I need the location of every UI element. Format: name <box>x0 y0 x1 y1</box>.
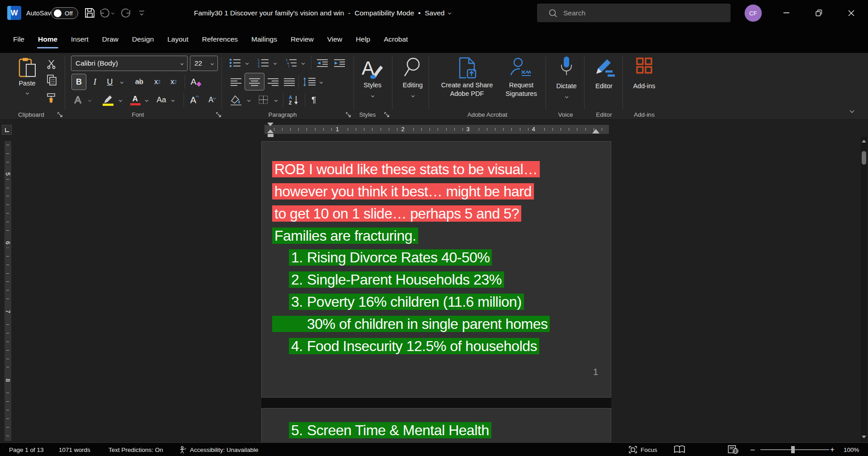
dictate-chevron-icon[interactable] <box>563 94 570 99</box>
doc-paragraph[interactable]: to get 10 on 1 slide… perhaps 5 and 5? <box>272 203 521 225</box>
customize-toolbar-button[interactable] <box>136 0 147 26</box>
vertical-ruler[interactable] <box>5 141 11 441</box>
underline-chevron-icon[interactable] <box>118 74 126 90</box>
tab-review[interactable]: Review <box>284 26 321 53</box>
close-button[interactable] <box>839 0 863 26</box>
accessibility-status[interactable]: ? Accessibility: Unavailable <box>179 443 259 456</box>
dictate-button[interactable] <box>559 55 574 80</box>
copy-button[interactable] <box>44 73 59 87</box>
styles-chevron-icon[interactable] <box>369 93 376 98</box>
tab-insert[interactable]: Insert <box>64 26 95 53</box>
tab-mailings[interactable]: Mailings <box>245 26 284 53</box>
tab-acrobat[interactable]: Acrobat <box>377 26 415 53</box>
doc-paragraph[interactable]: however you think it best… might be hard <box>272 180 534 203</box>
tab-home[interactable]: Home <box>31 26 64 53</box>
zoom-level[interactable]: 100% <box>844 443 859 456</box>
addins-button[interactable] <box>635 56 654 76</box>
request-signatures-button[interactable] <box>509 57 532 80</box>
bold-button[interactable]: B <box>71 74 86 90</box>
text-effects-chevron-icon[interactable] <box>86 92 93 108</box>
font-dialog-launcher[interactable] <box>216 112 222 118</box>
underline-button[interactable]: U <box>103 74 117 90</box>
italic-button[interactable]: I <box>89 74 101 90</box>
borders-button[interactable] <box>256 92 271 108</box>
doc-paragraph[interactable]: Families are fracturing. <box>272 225 418 247</box>
tab-references[interactable]: References <box>195 26 245 53</box>
tab-stop-selector[interactable] <box>2 125 12 135</box>
grow-font-button[interactable]: A <box>186 92 203 108</box>
vertical-scrollbar[interactable] <box>861 137 867 442</box>
shading-chevron-icon[interactable] <box>245 92 252 108</box>
subscript-button[interactable]: x2 <box>150 74 165 90</box>
multilevel-list-button[interactable]: 1ai <box>284 56 298 70</box>
bullets-button[interactable] <box>228 56 242 70</box>
justify-button[interactable] <box>282 74 297 90</box>
left-indent-marker[interactable] <box>268 134 274 137</box>
font-color-button[interactable]: A <box>127 92 143 108</box>
undo-button[interactable] <box>99 0 114 26</box>
doc-list-item[interactable]: 1.Rising Divorce Rates 40-50% <box>289 247 492 269</box>
zoom-slider-track[interactable] <box>760 449 829 450</box>
sort-button[interactable]: AZ <box>286 92 302 108</box>
font-name-select[interactable]: Calibri (Body) <box>71 56 188 71</box>
right-indent-marker[interactable] <box>592 129 599 133</box>
doc-list-item[interactable]: 4.Food Insecurity 12.5% of households <box>289 335 539 357</box>
line-spacing-button[interactable] <box>301 74 317 90</box>
align-center-button[interactable] <box>245 73 264 90</box>
doc-list-item[interactable]: 2.Single-Parent Households 23% <box>289 269 504 291</box>
search-input[interactable]: Search <box>537 4 731 22</box>
numbering-button[interactable]: 123 <box>256 56 270 70</box>
tab-view[interactable]: View <box>321 26 349 53</box>
align-right-button[interactable] <box>266 74 280 90</box>
tab-design[interactable]: Design <box>125 26 160 53</box>
zoom-slider-thumb[interactable] <box>791 446 795 453</box>
first-line-indent-marker[interactable] <box>267 123 274 126</box>
strikethrough-button[interactable]: ab <box>130 74 148 90</box>
bullets-chevron-icon[interactable] <box>243 56 250 70</box>
change-case-button[interactable]: Aa <box>154 92 169 108</box>
highlight-chevron-icon[interactable] <box>117 92 124 108</box>
styles-dialog-launcher[interactable] <box>384 112 390 118</box>
saved-status[interactable]: Saved <box>425 9 444 17</box>
scrollbar-thumb[interactable] <box>862 151 866 165</box>
horizontal-ruler[interactable] <box>264 125 609 134</box>
web-layout-button[interactable] <box>728 443 739 456</box>
numbering-chevron-icon[interactable] <box>271 56 278 70</box>
redo-button[interactable] <box>119 0 133 26</box>
show-hide-marks-button[interactable]: ¶ <box>307 92 320 108</box>
clear-formatting-button[interactable]: A <box>187 74 204 90</box>
cut-button[interactable] <box>44 57 59 71</box>
paragraph-dialog-launcher[interactable] <box>345 112 351 118</box>
scroll-up-arrow[interactable] <box>862 140 866 142</box>
read-mode-button[interactable] <box>674 443 685 456</box>
text-effects-button[interactable]: A <box>71 92 85 108</box>
editing-chevron-icon[interactable] <box>409 93 416 98</box>
page-indicator[interactable]: Page 1 of 13 <box>9 443 44 456</box>
autosave-toggle[interactable]: Off <box>51 7 78 19</box>
save-button[interactable] <box>83 0 96 26</box>
tab-draw[interactable]: Draw <box>95 26 125 53</box>
focus-button[interactable]: Focus <box>628 443 657 456</box>
shading-button[interactable] <box>229 92 243 108</box>
decrease-indent-button[interactable] <box>316 56 329 70</box>
editor-button[interactable] <box>592 56 616 79</box>
paste-button[interactable] <box>17 57 38 78</box>
account-avatar[interactable]: CF <box>745 5 762 22</box>
line-spacing-chevron-icon[interactable] <box>317 74 325 90</box>
create-pdf-button[interactable] <box>457 57 478 80</box>
increase-indent-button[interactable] <box>333 56 346 70</box>
restore-button[interactable] <box>807 0 831 26</box>
superscript-button[interactable]: x2 <box>166 74 181 90</box>
document-page-2[interactable]: 5.Screen Time & Mental Health <box>261 408 611 442</box>
font-color-chevron-icon[interactable] <box>143 92 150 108</box>
clipboard-dialog-launcher[interactable] <box>57 112 63 118</box>
scroll-down-arrow[interactable] <box>862 436 866 438</box>
format-painter-button[interactable] <box>44 91 59 105</box>
doc-paragraph[interactable]: ROB I would like these stats to be visua… <box>272 158 540 180</box>
change-case-chevron-icon[interactable] <box>169 92 176 108</box>
tab-file[interactable]: File <box>6 26 31 53</box>
doc-list-item[interactable]: 30% of children in single parent homes <box>272 313 550 335</box>
zoom-in-button[interactable]: + <box>830 443 835 456</box>
hanging-indent-marker[interactable] <box>267 129 274 133</box>
borders-chevron-icon[interactable] <box>272 92 279 108</box>
